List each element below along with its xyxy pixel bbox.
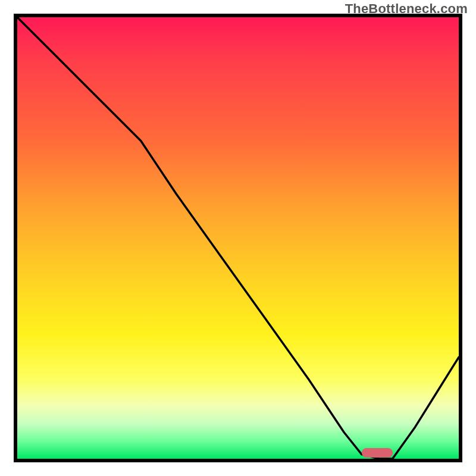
optimal-marker	[362, 448, 393, 458]
chart-container: TheBottleneck.com	[0, 0, 476, 476]
curve-path	[17, 17, 459, 459]
bottleneck-curve	[17, 17, 459, 459]
plot-area	[14, 14, 462, 462]
watermark-text: TheBottleneck.com	[345, 1, 468, 17]
